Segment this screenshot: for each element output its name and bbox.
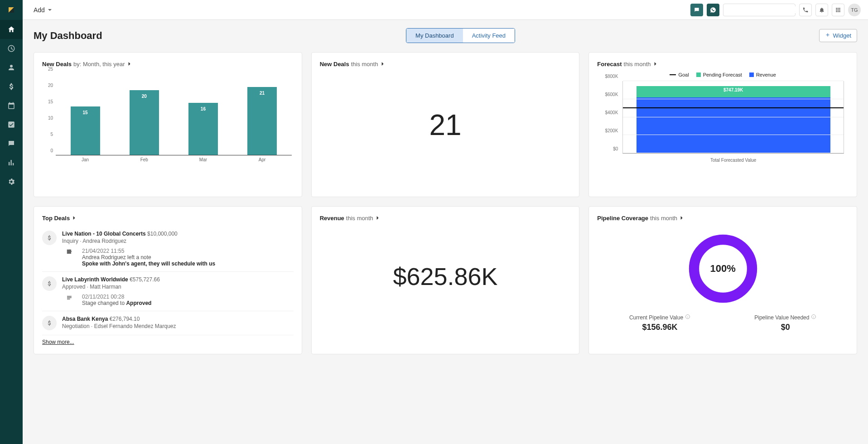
user-avatar[interactable]: TG xyxy=(848,4,861,16)
card-title[interactable]: Top Deals xyxy=(42,215,294,222)
pipeline-needed-label: Pipeline Value Needed xyxy=(754,314,809,321)
chevron-right-icon xyxy=(381,61,385,68)
add-menu-button[interactable]: Add xyxy=(30,5,56,15)
deal-item[interactable]: Absa Bank Kenya €276,794.10Negotiation ·… xyxy=(42,311,294,335)
search-input[interactable] xyxy=(726,6,802,13)
revenue-value: $625.86K xyxy=(320,262,571,290)
search-box[interactable] xyxy=(723,4,796,16)
plus-icon xyxy=(825,32,830,39)
current-pipeline-value: $156.96K xyxy=(629,323,690,332)
card-pipeline-coverage: Pipeline Coverage this month 100% Curren… xyxy=(588,206,857,354)
apps-button[interactable] xyxy=(832,4,844,16)
tab-my-dashboard[interactable]: My Dashboard xyxy=(406,29,463,43)
current-pipeline-label: Current Pipeline Value xyxy=(629,314,683,321)
donut-percent: 100% xyxy=(687,232,759,305)
nav-calendar[interactable] xyxy=(0,96,23,115)
forecast-chart: $0$200K$400K$600K$800K $747.19K Total Fo… xyxy=(597,81,849,163)
add-label: Add xyxy=(34,6,45,14)
show-more-link[interactable]: Show more... xyxy=(42,339,74,345)
app-logo xyxy=(0,0,23,20)
widget-label: Widget xyxy=(833,32,851,39)
phone-button[interactable] xyxy=(799,4,812,16)
topbar: Add TG xyxy=(23,0,868,20)
svg-rect-3 xyxy=(67,296,71,297)
add-widget-button[interactable]: Widget xyxy=(819,29,857,42)
nav-reports[interactable] xyxy=(0,153,23,172)
chevron-right-icon xyxy=(128,61,131,68)
info-icon xyxy=(685,314,690,321)
chevron-right-icon xyxy=(680,215,684,222)
deal-item[interactable]: Live Labyrinth Worldwide €575,727.66Appr… xyxy=(42,272,294,311)
nav-chat[interactable] xyxy=(0,134,23,153)
nav-tasks[interactable] xyxy=(0,115,23,134)
card-title[interactable]: Forecast this month xyxy=(597,61,849,68)
nav-people[interactable] xyxy=(0,58,23,77)
nav-activity[interactable] xyxy=(0,39,23,58)
nav-deals[interactable] xyxy=(0,77,23,96)
card-title[interactable]: Revenue this month xyxy=(320,215,571,222)
card-title[interactable]: New Deals by: Month, this year xyxy=(42,61,294,68)
chevron-right-icon xyxy=(72,215,76,222)
card-top-deals: Top Deals Live Nation - 10 Global Concer… xyxy=(34,206,302,354)
nav-settings[interactable] xyxy=(0,172,23,191)
whatsapp-button[interactable] xyxy=(707,4,719,16)
deal-item[interactable]: Live Nation - 10 Global Concerts $10,000… xyxy=(42,226,294,272)
notifications-button[interactable] xyxy=(815,4,828,16)
dollar-icon xyxy=(42,231,57,245)
chevron-right-icon xyxy=(376,215,380,222)
forecast-legend: Goal Pending Forecast Revenue xyxy=(597,72,849,77)
card-new-deals-count: New Deals this month 21 xyxy=(311,52,580,197)
messages-button[interactable] xyxy=(690,4,703,16)
chevron-down-icon xyxy=(48,6,52,14)
card-forecast: Forecast this month Goal Pending Forecas… xyxy=(588,52,857,197)
new-deals-bar-chart: 0510152025 15201621 JanFebMarApr xyxy=(42,74,294,164)
card-title[interactable]: Pipeline Coverage this month xyxy=(597,215,849,222)
svg-rect-5 xyxy=(67,299,70,299)
tab-activity-feed[interactable]: Activity Feed xyxy=(463,29,515,43)
sidebar xyxy=(0,0,23,444)
svg-rect-4 xyxy=(67,297,71,298)
dollar-icon xyxy=(42,316,57,330)
pipeline-needed-value: $0 xyxy=(754,323,816,332)
card-title[interactable]: New Deals this month xyxy=(320,61,571,68)
forecast-xlabel: Total Forecasted Value xyxy=(622,158,844,163)
card-revenue: Revenue this month $625.86K xyxy=(311,206,580,354)
new-deals-number: 21 xyxy=(320,108,571,142)
card-new-deals-chart: New Deals by: Month, this year 051015202… xyxy=(34,52,302,197)
view-tabs: My Dashboard Activity Feed xyxy=(406,28,515,43)
page-title: My Dashboard xyxy=(34,30,102,42)
pipeline-donut: 100% xyxy=(687,232,759,305)
nav-home[interactable] xyxy=(0,20,23,39)
info-icon xyxy=(811,314,816,321)
chevron-right-icon xyxy=(654,61,657,68)
dollar-icon xyxy=(42,276,57,291)
